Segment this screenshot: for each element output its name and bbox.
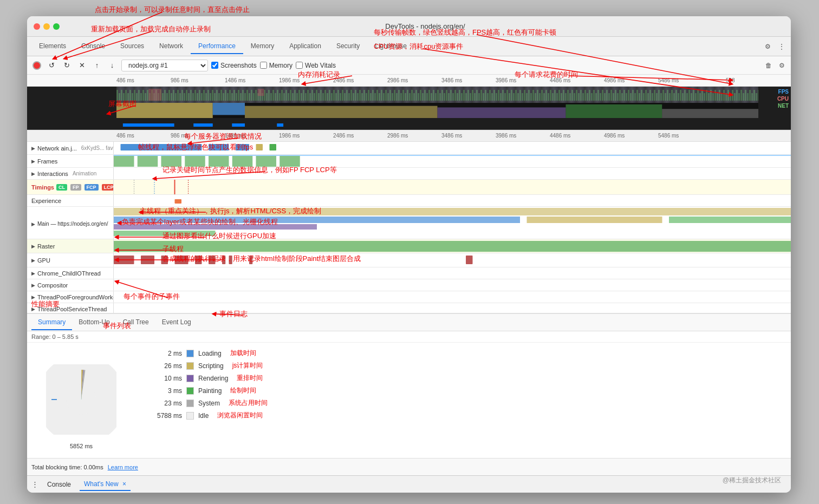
svg-rect-42 [141,256,154,264]
track-compositor-label: ▶ Compositor [27,279,114,291]
web-vitals-checkbox-label[interactable]: Web Vitals [296,62,336,69]
network-expand-icon[interactable]: ▶ [31,146,35,151]
tab-event-log[interactable]: Event Log [155,315,198,330]
tab-sources[interactable]: Sources [113,39,152,54]
memory-checkbox[interactable] [260,62,267,69]
screenshots-checkbox-label[interactable]: Screenshots [211,62,257,69]
tab-summary[interactable]: Summary [31,315,72,330]
console-menu-icon[interactable]: ⋮ [31,480,38,488]
overview-labels: FPS CPU NET [775,87,791,111]
tab-console[interactable]: Console [74,39,113,54]
foreground-worker-label-text: ThreadPoolForegroundWorker [37,294,114,300]
system-annotation: 系统占用时间 [229,398,268,408]
gpu-expand-icon[interactable]: ▶ [31,258,35,263]
track-experience-content[interactable] [114,195,791,206]
track-network-content[interactable] [114,142,791,154]
raster-expand-icon[interactable]: ▶ [31,244,35,249]
track-raster-content[interactable] [114,239,791,253]
svg-rect-18 [256,144,263,150]
memory-checkbox-label[interactable]: Memory [260,62,292,69]
tick-5: 2986 ms [387,77,408,83]
svg-rect-19 [270,144,277,150]
svg-rect-5 [116,103,213,118]
tab-security[interactable]: Security [329,39,367,54]
track-raster-label: ▶ Raster [27,239,114,253]
svg-rect-14 [277,123,283,127]
childio-label-text: Chrome_ChildIOThread [37,270,101,277]
devtools-tab-bar: Elements Console Sources Network Perform… [27,37,791,56]
console-tab[interactable]: Console [43,479,75,490]
track-service-thread-content[interactable] [114,303,791,313]
loading-color [186,350,194,357]
idle-ms: 5788 ms [144,412,182,420]
cpu-chart [116,103,758,118]
childio-expand-icon[interactable]: ▶ [31,271,35,276]
track-timings-content[interactable] [114,180,791,194]
whats-new-close-icon[interactable]: × [122,480,126,488]
track-network: ▶ Network ain.j... 6xKydS... favicon.i..… [27,142,791,155]
delete-recording-icon[interactable]: 🗑 [764,61,774,70]
system-label: System [198,400,220,407]
stats-row-scripting: 26 ms Scripting js计算时间 [144,359,782,372]
frames-expand-icon[interactable]: ▶ [31,159,35,164]
tab-application[interactable]: Application [282,39,329,54]
scripting-annotation: js计算时间 [232,361,263,370]
bottom-tab-bar: Summary Bottom-Up Call Tree Event Log [27,314,791,331]
main-expand-icon[interactable]: ▶ [31,221,35,227]
foreground-worker-expand-icon[interactable]: ▶ [31,294,35,300]
tab-network[interactable]: Network [152,39,191,54]
svg-rect-16 [209,144,229,150]
network-label-text: Network ain.j... [37,145,77,152]
service-thread-expand-icon[interactable]: ▶ [31,306,35,312]
perf-settings-icon[interactable]: ⚙ [777,61,786,70]
svg-rect-13 [232,123,245,127]
clear-button[interactable]: ✕ [76,60,88,71]
window-title: DevTools - nodejs.org/en/ [66,22,784,30]
overview-charts[interactable]: FPS CPU NET [27,87,791,130]
record-button[interactable] [32,61,41,70]
tick-9: 4986 ms [604,77,625,83]
minimize-button[interactable] [43,23,50,30]
tab-lighthouse[interactable]: Lighthouse [367,39,414,54]
network-label-extra: 6xKydS... favicon.i... [81,145,114,151]
close-button[interactable] [34,23,40,30]
more-icon[interactable]: ⋮ [777,42,786,51]
tab-elements[interactable]: Elements [31,39,74,54]
tab-performance[interactable]: Performance [191,39,243,54]
reload-button[interactable]: ↻ [61,60,73,71]
url-selector[interactable]: nodejs.org #1 [121,60,208,71]
interactions-expand-icon[interactable]: ▶ [31,171,35,176]
bottom-panel: Summary Bottom-Up Call Tree Event Log Ra… [27,313,791,475]
maximize-button[interactable] [53,23,60,30]
learn-more-link[interactable]: Learn more [108,464,138,470]
track-main-content[interactable] [114,207,791,239]
tab-memory[interactable]: Memory [243,39,282,54]
svg-rect-25 [232,156,253,167]
compositor-expand-icon[interactable]: ▶ [31,283,35,288]
tick-2: 1486 ms [225,77,245,83]
screenshots-checkbox[interactable] [211,62,218,69]
track-childio-content[interactable] [114,267,791,279]
track-frames-content[interactable] [114,155,791,167]
track-frames-label: ▶ Frames [27,155,114,167]
scripting-label: Scripting [198,362,224,370]
stats-row-painting: 3 ms Painting 绘制时间 [144,384,782,397]
track-gpu-content[interactable] [114,253,791,267]
svg-rect-21 [138,156,158,167]
browser-window: DevTools - nodejs.org/en/ Elements Conso… [27,16,791,493]
whats-new-tab[interactable]: What's New × [80,478,131,491]
web-vitals-checkbox[interactable] [296,62,303,69]
upload-button[interactable]: ↑ [91,60,103,71]
rendering-color [186,375,194,382]
tab-bottom-up[interactable]: Bottom-Up [72,315,116,330]
download-button[interactable]: ↓ [106,60,118,71]
track-compositor-content[interactable] [114,279,791,291]
idle-label: Idle [198,412,209,420]
track-foreground-worker-content[interactable] [114,291,791,303]
settings-icon[interactable]: ⚙ [763,42,772,51]
painting-label: Painting [198,387,222,395]
track-interactions-content[interactable] [114,168,791,179]
idle-annotation: 浏览器闲置时间 [217,411,263,420]
tab-call-tree[interactable]: Call Tree [116,315,155,330]
stop-button[interactable]: ↺ [46,60,57,71]
